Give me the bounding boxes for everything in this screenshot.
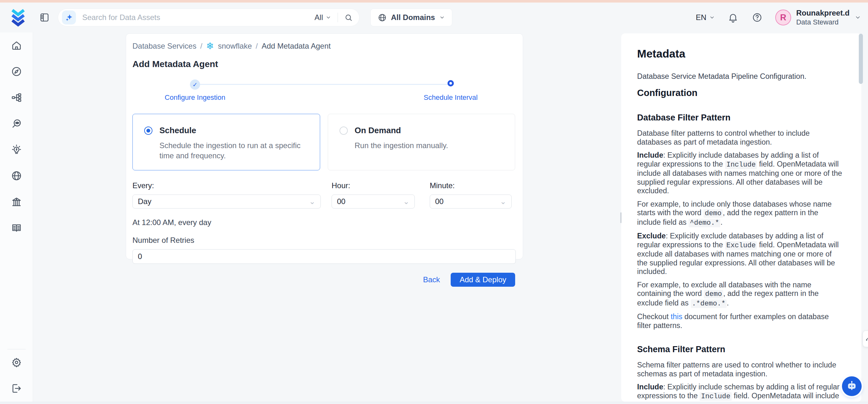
- add-deploy-button[interactable]: Add & Deploy: [451, 273, 515, 287]
- compass-icon: [11, 66, 22, 77]
- chevron-down-icon: [709, 15, 715, 20]
- sidebar-nav: [0, 32, 33, 404]
- schedule-option-description: Schedule the ingestion to run at a speci…: [159, 141, 308, 161]
- search-divider: [338, 13, 338, 22]
- notifications-button[interactable]: [727, 11, 739, 24]
- doc-configuration-heading: Configuration: [637, 88, 843, 98]
- minute-label: Minute:: [430, 181, 512, 190]
- doc-panel: Metadata Database Service Metadata Pipel…: [621, 33, 861, 402]
- radio-schedule[interactable]: [144, 126, 152, 135]
- sidebar-item-lineage[interactable]: [10, 91, 23, 104]
- doc-paragraph: Include: Explicitly include databases by…: [637, 151, 843, 196]
- bank-icon: [11, 196, 22, 207]
- chevron-down-icon: [439, 15, 445, 20]
- top-notice-strip: [0, 0, 868, 3]
- cron-summary: At 12:00 AM, every day: [132, 218, 515, 227]
- doc-link[interactable]: this: [671, 313, 683, 321]
- doc-section-heading: Schema Filter Pattern: [637, 345, 843, 354]
- robot-icon: [846, 380, 858, 392]
- sidebar-item-glossary[interactable]: [10, 222, 23, 234]
- retries-input[interactable]: [132, 249, 516, 264]
- every-select[interactable]: Day ⌄: [132, 195, 321, 208]
- flow-nodes-icon: [11, 92, 22, 103]
- home-icon: [11, 40, 22, 51]
- breadcrumb-service-name[interactable]: snowflake: [218, 41, 252, 51]
- snowflake-icon: ❄: [206, 41, 214, 51]
- step-schedule-interval: [447, 80, 454, 86]
- schedule-option-card[interactable]: Schedule Schedule the ingestion to run a…: [132, 114, 320, 170]
- help-widget-edge-button[interactable]: [863, 330, 868, 347]
- step-configure-ingestion: ✓: [190, 80, 200, 90]
- search-input[interactable]: [82, 13, 314, 22]
- sidebar-item-observability[interactable]: [10, 118, 23, 130]
- domains-filter-label: All Domains: [391, 13, 435, 22]
- sidebar-item-settings[interactable]: [10, 356, 23, 368]
- breadcrumb: Database Services / ❄ snowflake / Add Me…: [132, 41, 515, 51]
- panel-left-icon: [39, 12, 50, 23]
- radio-on-demand[interactable]: [340, 126, 348, 135]
- schedule-type-options: Schedule Schedule the ingestion to run a…: [132, 114, 515, 170]
- sidebar-item-logout[interactable]: [10, 382, 23, 395]
- scrollbar-thumb[interactable]: [859, 34, 863, 84]
- language-label: EN: [696, 13, 706, 22]
- sidebar-item-home[interactable]: [10, 39, 23, 52]
- chevron-down-icon: ⌄: [500, 197, 506, 206]
- open-book-icon: [11, 222, 22, 234]
- doc-section-heading: Database Filter Pattern: [637, 113, 843, 123]
- doc-paragraph: Exclude: Explicitly exclude databases by…: [637, 232, 843, 276]
- search-scope-dropdown[interactable]: All: [314, 13, 331, 22]
- domains-filter-button[interactable]: All Domains: [370, 8, 452, 26]
- help-button[interactable]: [751, 11, 763, 24]
- sidebar-item-domains[interactable]: [10, 170, 23, 182]
- chevron-down-icon: ⌄: [403, 197, 409, 206]
- breadcrumb-current: Add Metadata Agent: [262, 41, 331, 51]
- sidebar-item-governance[interactable]: [10, 196, 23, 208]
- on-demand-option-title: On Demand: [355, 125, 401, 136]
- doc-subtitle: Database Service Metadata Pipeline Confi…: [637, 72, 843, 81]
- openmetadata-logo[interactable]: [9, 8, 27, 27]
- schedule-option-title: Schedule: [159, 125, 196, 136]
- step-label-configure: Configure Ingestion: [165, 93, 225, 102]
- hour-select[interactable]: 00 ⌄: [332, 195, 415, 208]
- globe-icon: [11, 170, 22, 181]
- page-title: Add Metadata Agent: [132, 59, 515, 69]
- sparkles-icon: [65, 13, 73, 22]
- header-right-cluster: EN R Rounakpreet.d Da: [696, 8, 861, 27]
- logout-icon: [11, 383, 22, 394]
- step-active-ring: [447, 80, 454, 86]
- step-check-icon: ✓: [190, 80, 200, 90]
- search-icon[interactable]: [344, 13, 353, 22]
- doc-paragraph: For example, to exclude all databases wi…: [637, 281, 843, 308]
- minute-select[interactable]: 00 ⌄: [430, 195, 512, 208]
- global-search-bar[interactable]: All: [58, 8, 360, 26]
- minute-value: 00: [435, 197, 500, 206]
- user-menu[interactable]: R Rounakpreet.d Data Steward: [775, 8, 861, 27]
- gear-icon: [11, 357, 22, 368]
- back-button[interactable]: Back: [423, 275, 440, 284]
- every-label: Every:: [132, 181, 321, 190]
- lightbulb-icon: [11, 144, 22, 155]
- chat-bot-button[interactable]: [842, 376, 862, 396]
- avatar: R: [775, 9, 791, 25]
- help-widget-icon: [865, 335, 868, 342]
- breadcrumb-database-services[interactable]: Database Services: [132, 41, 196, 51]
- sidebar-item-explore[interactable]: [10, 65, 23, 78]
- magnifier-eye-icon: [11, 118, 22, 129]
- form-actions: Back Add & Deploy: [132, 273, 515, 287]
- on-demand-option-card[interactable]: On Demand Run the ingestion manually.: [328, 114, 516, 170]
- frequency-row: Every: Day ⌄ Hour: 00 ⌄ Minute: 00 ⌄: [132, 181, 515, 208]
- search-scope-label: All: [314, 13, 323, 22]
- doc-title: Metadata: [637, 47, 843, 60]
- doc-paragraph: Database filter patterns to control whet…: [637, 129, 843, 147]
- language-selector[interactable]: EN: [696, 13, 715, 22]
- panel-resize-handle[interactable]: [620, 212, 622, 223]
- hour-label: Hour:: [332, 181, 415, 190]
- doc-paragraph: For example, to include only those datab…: [637, 200, 843, 228]
- user-role: Data Steward: [796, 18, 849, 27]
- chevron-down-icon: [326, 15, 331, 20]
- on-demand-option-description: Run the ingestion manually.: [355, 141, 504, 151]
- main-content-card: Database Services / ❄ snowflake / Add Me…: [126, 33, 523, 259]
- footer-strip: [0, 402, 868, 404]
- sidebar-toggle-button[interactable]: [39, 12, 50, 23]
- sidebar-item-insights[interactable]: [10, 144, 23, 156]
